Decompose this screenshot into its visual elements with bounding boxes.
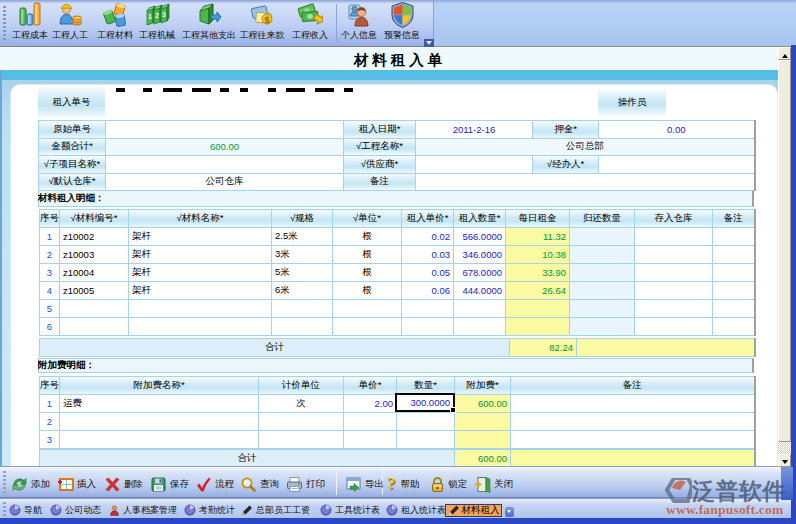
svg-text:3: 3 xyxy=(162,11,166,18)
svg-text:$: $ xyxy=(264,15,269,25)
svg-text:1: 1 xyxy=(148,13,152,20)
svg-text:2: 2 xyxy=(155,12,159,19)
